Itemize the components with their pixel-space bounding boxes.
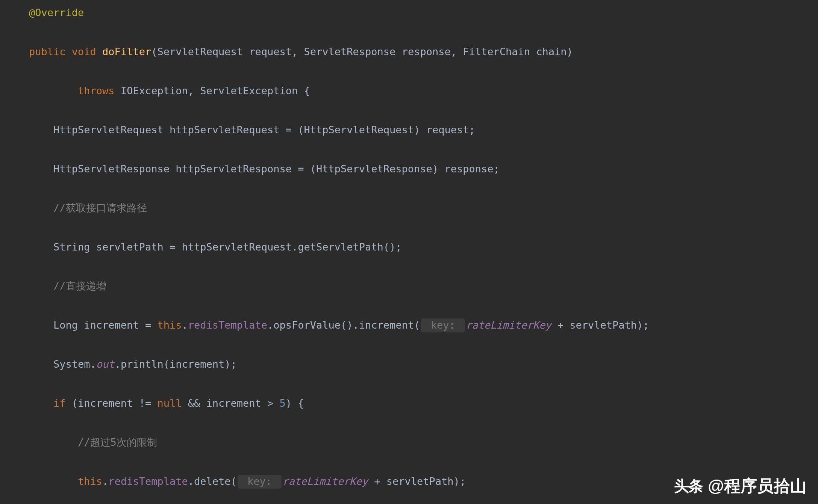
code-token: + servletPath); (368, 475, 466, 487)
code-token: //获取接口请求路径 (53, 202, 147, 214)
code-token: this (78, 475, 102, 487)
code-token: + servletPath); (551, 319, 649, 331)
code-token: //超过5次的限制 (78, 436, 157, 448)
code-editor[interactable]: @Override public void doFilter(ServletRe… (0, 0, 818, 504)
code-token: HttpServletResponse httpServletResponse … (53, 163, 500, 175)
code-token: .delete( (188, 475, 237, 487)
code-token: (increment != (72, 397, 158, 409)
code-token: public (29, 46, 72, 57)
code-token: doFilter (102, 46, 151, 57)
code-token: @Override (29, 7, 84, 18)
code-token: rateLimiterKey (282, 475, 368, 487)
code-line[interactable]: throws IOException, ServletException { (0, 81, 818, 101)
code-token: if (53, 397, 72, 409)
code-line[interactable]: if (increment != null && increment > 5) … (0, 394, 818, 413)
code-token: System. (53, 358, 96, 370)
code-line[interactable]: //直接递增 (0, 276, 818, 296)
code-token: . (182, 319, 188, 331)
code-token: (ServletRequest request, ServletResponse… (151, 46, 573, 57)
code-token: this (157, 319, 182, 331)
parameter-hint: key: (238, 475, 282, 489)
code-token: rateLimiterKey (466, 319, 551, 331)
code-token: .opsForValue().increment( (267, 319, 420, 331)
parameter-hint: key: (421, 318, 465, 332)
code-token: HttpServletRequest httpServletRequest = … (53, 124, 475, 136)
code-line[interactable]: String servletPath = httpServletRequest.… (0, 237, 818, 257)
code-token: 5 (280, 397, 286, 409)
code-token: .println(increment); (115, 358, 237, 370)
code-token: . (102, 475, 108, 487)
code-token: //直接递增 (53, 280, 106, 292)
code-line[interactable]: //获取接口请求路径 (0, 198, 818, 218)
watermark-prefix: 头条 (674, 476, 703, 496)
code-token: throws (78, 85, 121, 97)
watermark: 头条 @程序员拾山 (674, 475, 807, 497)
code-token: String servletPath = httpServletRequest.… (53, 241, 402, 253)
code-token: void (72, 46, 102, 57)
code-line[interactable]: Long increment = this.redisTemplate.opsF… (0, 315, 818, 335)
code-token: redisTemplate (188, 319, 267, 331)
code-token: ) { (286, 397, 304, 409)
code-line[interactable]: public void doFilter(ServletRequest requ… (0, 42, 818, 62)
code-line[interactable]: @Override (0, 3, 818, 23)
code-token: redisTemplate (108, 475, 188, 487)
code-line[interactable]: //超过5次的限制 (0, 433, 818, 452)
code-line[interactable]: HttpServletRequest httpServletRequest = … (0, 120, 818, 140)
code-line[interactable]: System.out.println(increment); (0, 355, 818, 374)
code-token: IOException, ServletException { (121, 85, 310, 97)
code-token: Long increment = (53, 319, 157, 331)
watermark-handle: @程序员拾山 (708, 475, 807, 497)
code-line[interactable]: HttpServletResponse httpServletResponse … (0, 159, 818, 179)
code-token: null (157, 397, 188, 409)
code-token: && increment > (188, 397, 280, 409)
code-token: out (96, 358, 115, 370)
